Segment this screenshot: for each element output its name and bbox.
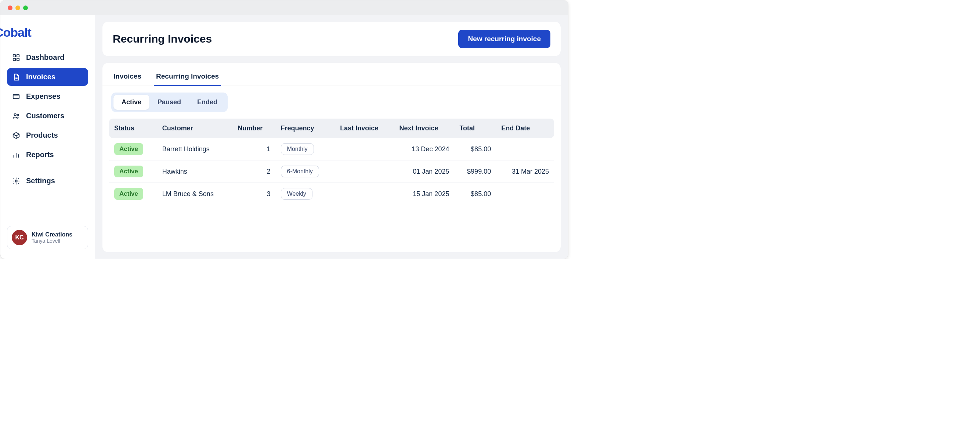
col-last-invoice[interactable]: Last Invoice [335, 119, 394, 138]
main: Recurring Invoices New recurring invoice… [95, 15, 568, 259]
brand-name: Cobalt [0, 25, 32, 40]
sidebar-item-customers[interactable]: Customers [7, 107, 88, 125]
grid-icon [12, 54, 20, 62]
cell-next-invoice: 13 Dec 2024 [395, 138, 455, 161]
cell-end-date: 31 Mar 2025 [496, 161, 554, 183]
users-icon [12, 112, 20, 120]
svg-point-5 [14, 113, 16, 116]
svg-rect-4 [13, 94, 19, 99]
status-badge: Active [114, 188, 143, 200]
bar-chart-icon [12, 151, 20, 159]
sidebar-item-label: Settings [26, 177, 55, 185]
gear-icon [12, 177, 20, 185]
cell-customer: LM Bruce & Sons [157, 183, 232, 205]
cell-customer: Barrett Holdings [157, 138, 232, 161]
maximize-icon[interactable] [23, 5, 28, 10]
frequency-pill: Weekly [281, 188, 312, 200]
sidebar-item-label: Invoices [26, 73, 56, 81]
status-filter: Active Paused Ended [111, 92, 228, 112]
new-recurring-invoice-button[interactable]: New recurring invoice [458, 30, 550, 48]
sidebar-item-label: Dashboard [26, 53, 64, 62]
svg-rect-2 [13, 58, 16, 60]
sidebar: Cobalt Dashboard Invoices [0, 15, 95, 259]
cell-total: $85.00 [454, 183, 496, 205]
col-total[interactable]: Total [454, 119, 496, 138]
app-window: Cobalt Dashboard Invoices [0, 0, 568, 259]
avatar: KC [12, 230, 27, 245]
sidebar-item-label: Customers [26, 111, 64, 120]
cell-total: $85.00 [454, 138, 496, 161]
recurring-invoices-table: Status Customer Number Frequency Last In… [109, 119, 554, 205]
minimize-icon[interactable] [16, 5, 20, 10]
nav: Dashboard Invoices Expenses [7, 48, 88, 190]
svg-point-6 [17, 114, 19, 116]
content: Cobalt Dashboard Invoices [0, 15, 568, 259]
sidebar-item-label: Reports [26, 151, 54, 159]
col-number[interactable]: Number [232, 119, 275, 138]
col-status[interactable]: Status [109, 119, 157, 138]
cell-last-invoice [335, 161, 394, 183]
org-switcher[interactable]: KC Kiwi Creations Tanya Lovell [7, 226, 88, 249]
cell-next-invoice: 01 Jan 2025 [395, 161, 455, 183]
cell-next-invoice: 15 Jan 2025 [395, 183, 455, 205]
status-badge: Active [114, 143, 143, 155]
svg-rect-0 [13, 54, 16, 57]
cell-end-date [496, 183, 554, 205]
cell-last-invoice [335, 138, 394, 161]
org-name: Kiwi Creations [32, 231, 72, 238]
cell-number: 1 [232, 138, 275, 161]
sidebar-item-label: Expenses [26, 92, 60, 100]
credit-card-icon [12, 92, 20, 100]
table-row[interactable]: Active Barrett Holdings 1 Monthly 13 Dec… [109, 138, 554, 161]
close-icon[interactable] [8, 5, 13, 10]
col-next-invoice[interactable]: Next Invoice [395, 119, 455, 138]
sidebar-item-products[interactable]: Products [7, 126, 88, 144]
cell-number: 3 [232, 183, 275, 205]
svg-rect-3 [17, 58, 19, 60]
sidebar-item-invoices[interactable]: Invoices [7, 68, 88, 86]
titlebar [0, 0, 568, 15]
file-icon [12, 73, 20, 81]
filter-active[interactable]: Active [113, 95, 150, 110]
filter-ended[interactable]: Ended [189, 95, 226, 110]
page-title: Recurring Invoices [113, 33, 212, 45]
sidebar-item-dashboard[interactable]: Dashboard [7, 48, 88, 67]
cell-number: 2 [232, 161, 275, 183]
table-row[interactable]: Active LM Bruce & Sons 3 Weekly 15 Jan 2… [109, 183, 554, 205]
sidebar-item-reports[interactable]: Reports [7, 146, 88, 164]
svg-point-7 [15, 180, 17, 182]
cell-customer: Hawkins [157, 161, 232, 183]
page-header: Recurring Invoices New recurring invoice [102, 22, 561, 56]
content-card: Invoices Recurring Invoices Active Pause… [102, 63, 561, 252]
col-end-date[interactable]: End Date [496, 119, 554, 138]
table-row[interactable]: Active Hawkins 2 6-Monthly 01 Jan 2025 $… [109, 161, 554, 183]
sidebar-item-expenses[interactable]: Expenses [7, 88, 88, 105]
box-icon [12, 131, 20, 140]
table-header-row: Status Customer Number Frequency Last In… [109, 119, 554, 138]
status-badge: Active [114, 166, 143, 177]
cell-total: $999.00 [454, 161, 496, 183]
brand-logo[interactable]: Cobalt [7, 25, 88, 40]
frequency-pill: 6-Monthly [281, 166, 319, 177]
frequency-pill: Monthly [281, 143, 314, 155]
tab-recurring-invoices[interactable]: Recurring Invoices [154, 68, 221, 86]
org-user: Tanya Lovell [32, 238, 72, 244]
col-frequency[interactable]: Frequency [276, 119, 335, 138]
sidebar-item-settings[interactable]: Settings [7, 172, 88, 190]
svg-rect-1 [17, 54, 19, 57]
cell-last-invoice [335, 183, 394, 205]
tabs: Invoices Recurring Invoices [102, 68, 561, 86]
filter-paused[interactable]: Paused [150, 95, 189, 110]
col-customer[interactable]: Customer [157, 119, 232, 138]
sidebar-item-label: Products [26, 131, 58, 140]
tab-invoices[interactable]: Invoices [111, 68, 143, 86]
cell-end-date [496, 138, 554, 161]
